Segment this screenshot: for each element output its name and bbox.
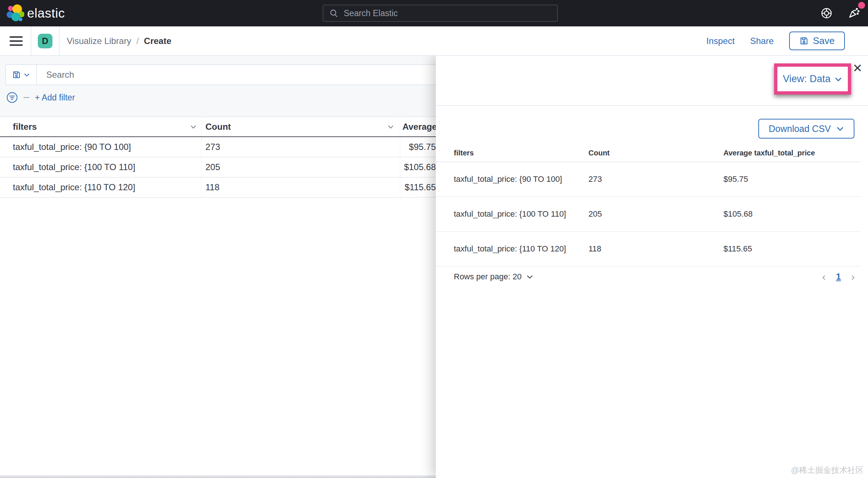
chevron-down-icon — [526, 273, 533, 280]
table-row: taxful_total_price: {90 TO 100] 273 $95.… — [0, 137, 477, 157]
table-header-row: filters Count Average taxful_total_price — [436, 144, 861, 162]
close-icon[interactable]: ✕ — [853, 62, 862, 74]
column-divider — [201, 137, 202, 157]
download-csv-label: Download CSV — [769, 124, 831, 134]
save-button-label: Save — [813, 35, 835, 47]
chevron-down-icon — [23, 71, 30, 78]
toolbar-divider — [31, 26, 31, 55]
flyout-header-divider — [436, 105, 868, 106]
table-row: taxful_total_price: {100 TO 110] 205 $10… — [436, 197, 861, 232]
cell-filter: taxful_total_price: {100 TO 110] — [13, 162, 135, 172]
elastic-logo-icon[interactable] — [7, 4, 24, 22]
global-search-input[interactable]: Search Elastic — [323, 5, 558, 22]
breadcrumb: Visualize Library / Create — [67, 36, 171, 46]
chevron-down-icon — [836, 125, 844, 133]
cell-average: $95.75 — [723, 174, 748, 184]
cell-count: 205 — [588, 209, 602, 219]
menu-icon[interactable] — [10, 36, 23, 46]
cell-filter: taxful_total_price: {100 TO 110] — [454, 208, 573, 220]
chevron-down-icon — [834, 75, 842, 83]
cell-count: 273 — [588, 174, 602, 184]
cell-count: 118 — [205, 182, 219, 192]
column-divider — [400, 117, 400, 136]
previous-page-icon[interactable]: ‹ — [822, 271, 826, 282]
next-page-icon[interactable]: › — [851, 271, 855, 282]
column-divider — [201, 157, 202, 177]
column-divider — [400, 157, 400, 177]
breadcrumb-separator: / — [136, 36, 139, 46]
cell-average: $95.75 — [409, 142, 436, 152]
table-row: taxful_total_price: {100 TO 110] 205 $10… — [0, 157, 477, 177]
column-header-count[interactable]: Count — [205, 122, 231, 132]
brand-name: elastic — [27, 6, 65, 21]
cell-average: $105.68 — [723, 209, 753, 219]
window-bottom-edge — [0, 475, 436, 478]
cell-count: 273 — [205, 142, 220, 152]
cell-count: 118 — [588, 244, 601, 254]
column-header-filters[interactable]: filters — [13, 122, 37, 132]
cell-count: 205 — [205, 162, 220, 172]
global-search-placeholder: Search Elastic — [344, 8, 398, 18]
share-button[interactable]: Share — [750, 36, 774, 46]
filter-divider — [23, 97, 29, 98]
column-divider — [201, 117, 202, 136]
cell-filter: taxful_total_price: {90 TO 100] — [13, 142, 131, 152]
visualization-data-table: filters Count Average taxful_total_price… — [0, 117, 477, 198]
saved-query-menu-button[interactable] — [6, 65, 37, 85]
app-header: elastic Search Elastic — [0, 0, 868, 26]
add-filter-button[interactable]: + Add filter — [35, 93, 75, 103]
column-divider — [400, 137, 400, 157]
data-flyout: ✕ View: Data Download CSV filters Count … — [436, 56, 868, 478]
breadcrumb-visualize-library[interactable]: Visualize Library — [67, 36, 131, 46]
column-header-filters: filters — [454, 148, 474, 157]
column-header-count: Count — [588, 148, 610, 157]
table-row: taxful_total_price: {110 TO 120] 118 $11… — [0, 177, 477, 198]
pagination: ‹ 1 › — [822, 271, 855, 282]
column-header-average: Average taxful_total_price — [723, 148, 815, 157]
cell-average: $115.65 — [723, 244, 752, 254]
save-icon — [799, 36, 809, 45]
watermark: @稀土掘金技术社区 — [791, 465, 864, 476]
newsfeed-icon[interactable] — [847, 6, 861, 19]
space-avatar[interactable]: D — [38, 34, 52, 48]
saved-query-icon — [12, 70, 21, 79]
cell-filter: taxful_total_price: {110 TO 120] — [13, 182, 135, 192]
rows-per-page-label: Rows per page: 20 — [454, 272, 522, 282]
query-input[interactable]: Search — [46, 70, 74, 80]
table-row: taxful_total_price: {90 TO 100] 273 $95.… — [436, 162, 861, 197]
filter-icon[interactable] — [6, 92, 18, 103]
rows-per-page-selector[interactable]: Rows per page: 20 — [454, 272, 533, 282]
breadcrumb-create: Create — [144, 36, 171, 46]
help-icon[interactable] — [820, 7, 833, 19]
page-number[interactable]: 1 — [836, 272, 841, 282]
column-divider — [400, 177, 400, 197]
notification-badge — [858, 2, 865, 9]
filter-row: + Add filter — [6, 92, 75, 103]
table-row: taxful_total_price: {110 TO 120] 118 $11… — [436, 232, 861, 266]
cell-filter: taxful_total_price: {90 TO 100] — [454, 173, 573, 185]
view-data-label: View: Data — [783, 73, 831, 85]
view-data-dropdown[interactable]: View: Data — [774, 63, 851, 95]
table-header-row: filters Count Average taxful_total_price — [0, 117, 477, 137]
cell-average: $115.65 — [405, 182, 436, 192]
flyout-data-table: filters Count Average taxful_total_price… — [436, 144, 861, 266]
cell-average: $105.68 — [404, 162, 436, 172]
toolbar-divider — [59, 26, 59, 55]
search-icon — [329, 8, 339, 18]
column-divider — [201, 177, 202, 197]
chevron-down-icon[interactable] — [190, 124, 197, 130]
toolbar: D Visualize Library / Create Inspect Sha… — [0, 26, 868, 56]
inspect-button[interactable]: Inspect — [706, 36, 734, 46]
download-csv-button[interactable]: Download CSV — [758, 119, 854, 139]
cell-filter: taxful_total_price: {110 TO 120] — [454, 243, 573, 255]
chevron-down-icon[interactable] — [387, 124, 394, 130]
save-button[interactable]: Save — [789, 32, 845, 50]
